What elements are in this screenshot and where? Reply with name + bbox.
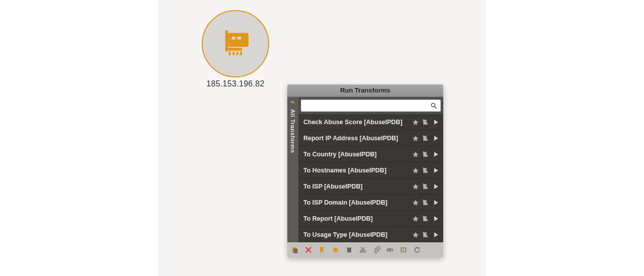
- transform-label: To Usage Type [AbuseIPDB]: [303, 231, 412, 238]
- svg-rect-22: [347, 247, 351, 253]
- star-icon[interactable]: [412, 151, 419, 158]
- svg-rect-8: [237, 37, 241, 40]
- bookmark-icon[interactable]: [317, 245, 327, 254]
- svg-rect-0: [228, 33, 249, 47]
- svg-rect-3: [229, 52, 231, 55]
- configure-icon[interactable]: [422, 183, 429, 190]
- run-transforms-panel: Run Transforms All Transforms C: [287, 84, 443, 257]
- play-icon[interactable]: [432, 151, 439, 158]
- svg-rect-4: [232, 52, 234, 55]
- svg-rect-23: [348, 246, 350, 248]
- paste-icon[interactable]: [345, 245, 354, 254]
- svg-line-10: [435, 107, 437, 109]
- search-icon[interactable]: [430, 102, 437, 109]
- transform-row[interactable]: Report IP Address [AbuseIPDB]: [298, 130, 443, 146]
- svg-rect-1: [225, 30, 228, 52]
- transform-row[interactable]: Check Abuse Score [AbuseIPDB]: [298, 114, 443, 130]
- svg-rect-20: [293, 248, 297, 253]
- transform-row[interactable]: To Country [AbuseIPDB]: [298, 146, 443, 162]
- entity-icon-circle: [202, 10, 269, 77]
- transform-label: Report IP Address [AbuseIPDB]: [303, 135, 412, 142]
- svg-rect-15: [423, 183, 424, 186]
- entity-ip-label: 185.153.196.82: [195, 79, 276, 88]
- configure-icon[interactable]: [422, 199, 429, 206]
- star-icon[interactable]: [412, 119, 419, 126]
- panel-title: Run Transforms: [287, 84, 443, 97]
- star-icon[interactable]: [412, 135, 419, 142]
- transform-list: Check Abuse Score [AbuseIPDB]Report IP A…: [298, 114, 443, 242]
- play-icon[interactable]: [432, 167, 439, 174]
- circle-icon[interactable]: [331, 245, 340, 254]
- search-input[interactable]: [304, 102, 430, 110]
- play-icon[interactable]: [432, 215, 439, 222]
- svg-rect-17: [423, 216, 424, 218]
- sidebar-tab-all-transforms[interactable]: All Transforms: [287, 97, 298, 242]
- link-icon[interactable]: [385, 245, 394, 254]
- configure-icon[interactable]: [422, 135, 429, 142]
- transform-row[interactable]: To Hostnames [AbuseIPDB]: [298, 162, 443, 178]
- configure-icon[interactable]: [422, 167, 429, 174]
- search-box[interactable]: [301, 100, 441, 112]
- attachment-icon[interactable]: [372, 245, 381, 254]
- delete-icon[interactable]: [304, 245, 313, 254]
- transform-row[interactable]: To ISP [AbuseIPDB]: [298, 178, 443, 194]
- play-icon[interactable]: [432, 199, 439, 206]
- transform-row[interactable]: To Usage Type [AbuseIPDB]: [298, 226, 443, 242]
- play-icon[interactable]: [432, 119, 439, 126]
- configure-icon[interactable]: [422, 215, 429, 222]
- configure-icon[interactable]: [422, 151, 429, 158]
- select-parents-icon[interactable]: [399, 245, 408, 254]
- svg-rect-6: [240, 52, 242, 55]
- transform-label: To Country [AbuseIPDB]: [303, 151, 412, 158]
- transform-row[interactable]: To Report [AbuseIPDB]: [298, 210, 443, 226]
- copy-to-new-graph-icon[interactable]: [290, 245, 299, 254]
- star-icon[interactable]: [412, 183, 419, 190]
- star-icon[interactable]: [412, 199, 419, 206]
- configure-icon[interactable]: [422, 119, 429, 126]
- play-icon[interactable]: [432, 183, 439, 190]
- sidebar-tab-label: All Transforms: [290, 109, 296, 153]
- svg-rect-12: [423, 135, 424, 138]
- transform-label: To Hostnames [AbuseIPDB]: [303, 167, 412, 174]
- bottom-toolbar: [287, 242, 443, 257]
- transform-label: Check Abuse Score [AbuseIPDB]: [303, 119, 412, 126]
- svg-point-21: [333, 247, 338, 252]
- configure-icon[interactable]: [422, 231, 429, 238]
- svg-rect-16: [423, 200, 424, 202]
- star-icon[interactable]: [412, 167, 419, 174]
- entity-ip-node[interactable]: 185.153.196.82: [195, 10, 276, 88]
- transform-label: To Report [AbuseIPDB]: [303, 215, 412, 222]
- svg-rect-5: [236, 52, 238, 55]
- svg-rect-14: [423, 167, 424, 170]
- svg-rect-29: [403, 249, 405, 251]
- cut-icon[interactable]: [358, 245, 367, 254]
- play-icon[interactable]: [432, 231, 439, 238]
- transform-row[interactable]: To ISP Domain [AbuseIPDB]: [298, 194, 443, 210]
- star-icon[interactable]: [412, 231, 419, 238]
- svg-rect-2: [228, 48, 242, 51]
- star-icon[interactable]: [412, 215, 419, 222]
- transform-label: To ISP Domain [AbuseIPDB]: [303, 199, 412, 206]
- network-card-icon: [220, 30, 251, 57]
- svg-rect-18: [423, 232, 424, 234]
- svg-rect-11: [423, 119, 424, 122]
- transform-label: To ISP [AbuseIPDB]: [303, 183, 412, 190]
- refresh-icon[interactable]: [413, 245, 422, 254]
- play-icon[interactable]: [432, 135, 439, 142]
- undo-arrow-icon: [289, 99, 296, 109]
- svg-rect-7: [232, 37, 235, 40]
- svg-rect-13: [423, 151, 424, 154]
